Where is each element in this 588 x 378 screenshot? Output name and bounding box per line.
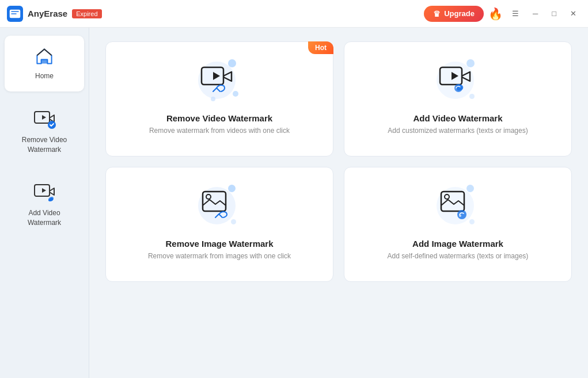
card-remove-image[interactable]: Remove Image Watermark Remove watermark … (105, 167, 333, 282)
card-remove-video-desc: Remove watermark from videos with one cl… (149, 127, 290, 135)
remove-video-icon-wrap (194, 59, 245, 105)
svg-rect-3 (41, 59, 48, 63)
svg-marker-12 (452, 72, 458, 80)
remove-image-card-icon (200, 189, 235, 220)
card-remove-image-title: Remove Image Watermark (165, 239, 273, 249)
card-add-video[interactable]: Add Video Watermark Add customized water… (344, 41, 572, 156)
titlebar: AnyErase Expired ♛ Upgrade 🔥 ☰ ─ □ ✕ (0, 0, 588, 28)
svg-rect-16 (441, 192, 464, 211)
titlebar-actions: ♛ Upgrade 🔥 ☰ ─ □ ✕ (424, 6, 581, 22)
card-add-image-title: Add Image Watermark (412, 239, 503, 249)
svg-rect-11 (440, 67, 462, 85)
svg-rect-14 (203, 192, 226, 211)
add-video-sidebar-icon (32, 180, 56, 204)
app-logo (7, 6, 23, 22)
remove-video-card-icon (200, 65, 235, 95)
add-video-card-icon (439, 65, 473, 95)
svg-point-19 (459, 215, 461, 217)
svg-point-15 (206, 194, 211, 199)
main-content: Hot Remove Video Watermark (89, 28, 588, 378)
menu-button[interactable]: ☰ (507, 7, 523, 20)
card-add-video-title: Add Video Watermark (413, 113, 502, 123)
upgrade-label: Upgrade (444, 9, 475, 18)
svg-marker-8 (42, 188, 46, 193)
add-image-icon-wrap (432, 185, 484, 231)
app-body: Home Remove VideoWatermark Add VideoWa (0, 28, 588, 378)
card-add-image-desc: Add self-defined watermarks (texts or im… (388, 252, 529, 260)
fire-icon: 🔥 (488, 7, 503, 21)
maximize-button[interactable]: □ (547, 7, 561, 20)
app-name: AnyErase (28, 9, 67, 18)
card-remove-image-desc: Remove watermark from images with one cl… (148, 252, 291, 260)
svg-rect-9 (202, 67, 223, 85)
cards-row-2: Remove Image Watermark Remove watermark … (105, 167, 572, 282)
cards-row-1: Hot Remove Video Watermark (105, 41, 572, 156)
minimize-button[interactable]: ─ (528, 7, 543, 20)
card-remove-video-title: Remove Video Watermark (166, 113, 272, 123)
svg-marker-5 (42, 115, 46, 120)
card-remove-video[interactable]: Hot Remove Video Watermark (105, 41, 333, 156)
svg-marker-10 (213, 72, 220, 80)
sidebar-remove-video-label: Remove VideoWatermark (22, 135, 67, 155)
card-add-video-desc: Add customized watermarks (texts or imag… (388, 127, 528, 135)
expired-badge: Expired (72, 9, 101, 18)
crown-icon: ♛ (433, 9, 441, 18)
sidebar-add-video-label: Add VideoWatermark (28, 208, 61, 228)
sidebar-home-label: Home (35, 71, 54, 81)
remove-video-icon (32, 106, 56, 131)
sidebar-item-home[interactable]: Home (5, 36, 84, 91)
upgrade-button[interactable]: ♛ Upgrade (424, 6, 484, 22)
add-video-icon-wrap (432, 59, 484, 105)
svg-point-17 (445, 194, 449, 199)
card-add-image[interactable]: Add Image Watermark Add self-defined wat… (344, 167, 572, 282)
close-button[interactable]: ✕ (566, 7, 581, 20)
remove-image-icon-wrap (194, 185, 245, 231)
sidebar-item-add-video[interactable]: Add VideoWatermark (5, 169, 84, 238)
svg-point-18 (457, 210, 466, 219)
svg-point-13 (454, 84, 462, 92)
hot-badge: Hot (308, 41, 333, 54)
sidebar-item-remove-video[interactable]: Remove VideoWatermark (5, 96, 84, 165)
add-image-card-icon (439, 189, 473, 220)
home-icon (34, 46, 55, 67)
sidebar: Home Remove VideoWatermark Add VideoWa (0, 28, 89, 378)
